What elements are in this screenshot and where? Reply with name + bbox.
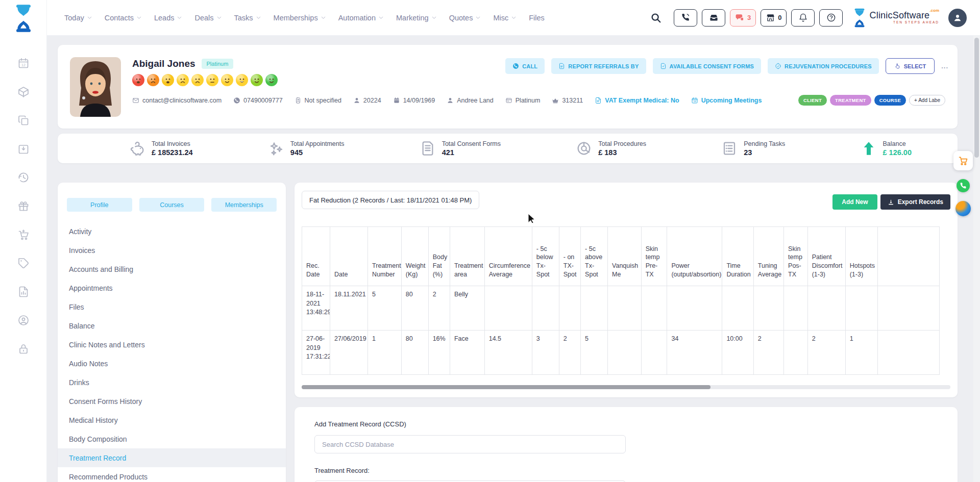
scrollbar-thumb[interactable] [302, 385, 710, 389]
mood-emoji-1[interactable] [132, 74, 144, 86]
nav-item-marketing[interactable]: Marketing [396, 14, 437, 22]
sidebar-item-body-composition[interactable]: Body Composition [58, 429, 286, 448]
main-column: TodayContactsLeadsDealsTasksMembershipsA… [47, 0, 980, 482]
button-label: CALL [522, 63, 537, 69]
sidebar-item-clinic-notes-and-letters[interactable]: Clinic Notes and Letters [58, 335, 286, 354]
cart-icon[interactable] [17, 229, 30, 241]
mood-emoji-9[interactable] [251, 74, 263, 86]
ai-assistant-icon[interactable] [955, 201, 971, 216]
sidebar-item-activity[interactable]: Activity [58, 222, 286, 241]
tab-courses[interactable]: Courses [139, 198, 205, 212]
app-logo-icon[interactable] [12, 4, 35, 33]
sidebar-item-balance[interactable]: Balance [58, 316, 286, 335]
select-button[interactable]: SELECT [886, 58, 935, 74]
contact-not-specified[interactable]: Not specified [295, 97, 341, 104]
mood-emoji-6[interactable] [206, 74, 218, 86]
chevron-down-icon [136, 15, 142, 20]
bell-button[interactable] [791, 9, 815, 27]
nav-item-automation[interactable]: Automation [338, 14, 384, 22]
phone-call-button[interactable] [674, 9, 697, 27]
add-label-button[interactable]: + Add Labe [909, 95, 945, 106]
sidebar-item-drinks[interactable]: Drinks [58, 373, 286, 392]
sidebar-item-files[interactable]: Files [58, 297, 286, 316]
history-icon[interactable] [17, 171, 30, 184]
inbox-button[interactable] [702, 9, 725, 27]
sidebar-item-recommended-products[interactable]: Recommended Products [58, 467, 286, 482]
chevron-down-icon [378, 15, 384, 20]
rejuvenation-procedures-button[interactable]: REJUVENATION PROCEDURES [768, 58, 879, 74]
available-consent-forms-button[interactable]: AVAILABLE CONSENT FORMS [653, 58, 762, 74]
sidebar-item-invoices[interactable]: Invoices [58, 241, 286, 260]
more-options-button[interactable]: ... [941, 62, 948, 70]
copy-pages-icon[interactable] [17, 114, 30, 126]
mood-emoji-10[interactable] [265, 74, 278, 86]
contact-andree-land[interactable]: Andree Land [447, 97, 494, 104]
crown-icon [552, 97, 559, 104]
table-row[interactable]: 27-06-2019 17:31:2227/06/201918016%Face1… [302, 331, 940, 375]
contact-platinum[interactable]: Platinum [505, 97, 541, 104]
gift-icon[interactable] [17, 200, 30, 212]
column-header: Weight (Kg) [401, 227, 428, 286]
contact-upcoming-meetings[interactable]: 12Upcoming Meetings [691, 97, 762, 104]
contact-07490009777[interactable]: 07490009777 [233, 97, 282, 104]
patient-photo[interactable] [70, 57, 121, 117]
contact-contact-clinicsoftware-com[interactable]: contact@clinicsoftware.com [132, 97, 222, 104]
nav-item-files[interactable]: Files [529, 14, 545, 22]
nav-item-contacts[interactable]: Contacts [105, 14, 142, 22]
nav-item-today[interactable]: Today [64, 14, 92, 22]
table-row[interactable]: 18-11-2021 13:48:2918.11.20215802Belly [302, 286, 940, 331]
report-chart-icon[interactable] [17, 286, 30, 298]
tab-profile[interactable]: Profile [67, 198, 132, 212]
nav-item-quotes[interactable]: Quotes [449, 14, 481, 22]
cart-widget-icon[interactable] [953, 151, 973, 170]
sidebar-item-consent-forms-history[interactable]: Consent Forms History [58, 392, 286, 411]
contact-20224[interactable]: 20224 [353, 97, 381, 104]
mood-emoji-5[interactable] [191, 74, 204, 86]
mood-emoji-8[interactable] [236, 74, 248, 86]
scrollbar-thumb[interactable] [974, 38, 979, 158]
call-button[interactable]: CALL [505, 58, 545, 74]
sidebar-item-accounts-and-billing[interactable]: Accounts and Billing [58, 260, 286, 278]
export-records-button[interactable]: Export Records [880, 194, 950, 210]
help-button[interactable] [819, 9, 843, 27]
mood-emoji-3[interactable] [162, 74, 174, 86]
sidebar-item-appointments[interactable]: Appointments [58, 278, 286, 297]
ccsd-search-input[interactable] [314, 435, 626, 453]
calendar-import-icon[interactable] [17, 143, 30, 155]
user-avatar[interactable] [948, 9, 967, 27]
phone-widget-icon[interactable] [957, 179, 970, 192]
nav-item-memberships[interactable]: Memberships [274, 14, 326, 22]
page-content: Abigail Jones Platinum contact@clinicsof… [47, 36, 980, 482]
record-type-dropdown[interactable]: Fat Reduction (2 Records / Last: 18/11/2… [302, 191, 479, 209]
mood-emoji-7[interactable] [221, 74, 233, 86]
label-client[interactable]: CLIENT [798, 95, 827, 106]
store-button[interactable]: 0 [761, 9, 787, 27]
sidebar-item-treatment-record[interactable]: Treatment Record [58, 448, 286, 467]
tab-memberships[interactable]: Memberships [211, 198, 277, 212]
mood-emoji-2[interactable] [147, 74, 159, 86]
contact-14-09-1969[interactable]: 14/09/1969 [393, 97, 435, 104]
sidebar-item-medical-history[interactable]: Medical History [58, 411, 286, 429]
sidebar-item-audio-notes[interactable]: Audio Notes [58, 354, 286, 373]
page-vertical-scrollbar[interactable] [973, 36, 980, 482]
nav-item-misc[interactable]: Misc [493, 14, 517, 22]
chat-button[interactable]: 3 [730, 9, 756, 27]
add-new-button[interactable]: Add New [832, 194, 877, 210]
nav-item-tasks[interactable]: Tasks [234, 14, 261, 22]
clinicsoftware-logo[interactable]: ClinicSoftware.com TEN STEPS AHEAD [853, 8, 939, 28]
search-icon[interactable] [650, 12, 662, 23]
label-treatment[interactable]: TREATMENT [830, 95, 871, 106]
mood-emoji-4[interactable] [177, 74, 189, 86]
lock-icon[interactable] [17, 343, 30, 355]
nav-item-deals[interactable]: Deals [194, 14, 222, 22]
price-tag-icon[interactable] [17, 257, 30, 269]
user-badge-icon[interactable] [17, 314, 30, 326]
contact-vat-exempt-medical-no[interactable]: VAT Exempt Medical: No [595, 97, 679, 104]
contact-313211[interactable]: 313211 [552, 97, 583, 104]
label-course[interactable]: COURSE [874, 95, 906, 106]
nav-item-leads[interactable]: Leads [154, 14, 183, 22]
table-horizontal-scrollbar[interactable] [302, 385, 950, 389]
report-referrals-by-button[interactable]: REPORT REFERRALS BY [551, 58, 646, 74]
calendar-date-icon[interactable]: 12 [17, 57, 30, 69]
package-icon[interactable] [17, 86, 30, 98]
